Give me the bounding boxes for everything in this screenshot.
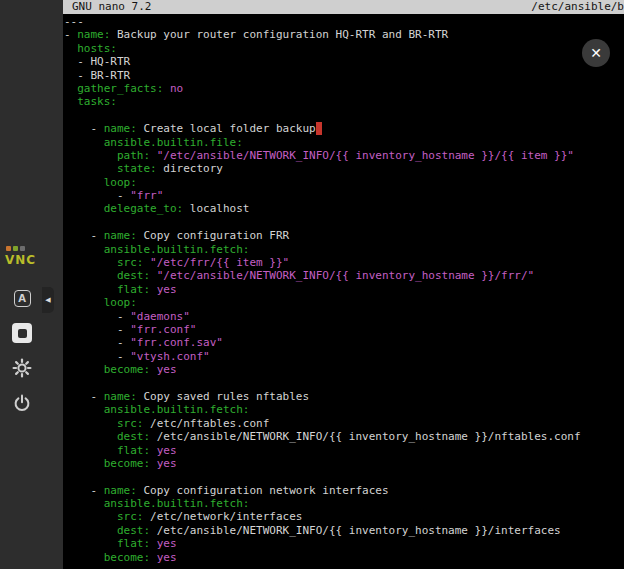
terminal-line: - name: Copy configuration FRR xyxy=(64,229,624,242)
terminal-line: hosts: xyxy=(64,42,624,55)
terminal-line: - name: Create local folder backup xyxy=(64,122,624,135)
logo-pixel xyxy=(13,246,18,251)
terminal-line: delegate_to: localhost xyxy=(64,202,624,215)
terminal-line: src: /etc/nftables.conf xyxy=(64,417,624,430)
terminal-line: flat: yes xyxy=(64,283,624,296)
fullscreen-button[interactable] xyxy=(8,319,36,347)
terminal-line: dest: /etc/ansible/NETWORK_INFO/{{ inven… xyxy=(64,430,624,443)
fullscreen-icon xyxy=(12,323,32,343)
novnc-viewport: VNC A ◀ xyxy=(0,0,624,569)
control-bar-handle[interactable]: ◀ xyxy=(42,287,54,313)
terminal-line: - "frr.conf" xyxy=(64,323,624,336)
terminal-line: become: yes xyxy=(64,551,624,564)
terminal-line: flat: yes xyxy=(64,537,624,550)
terminal-line: - "daemons" xyxy=(64,310,624,323)
terminal-screen[interactable]: GNU nano 7.2 /etc/ansible/b ---- name: B… xyxy=(63,0,624,569)
terminal-line: - "frr" xyxy=(64,189,624,202)
chevron-left-icon: ◀ xyxy=(45,296,50,304)
terminal-line: flat: yes xyxy=(64,444,624,457)
logo-text: VNC xyxy=(5,253,41,267)
terminal-line: ansible.builtin.fetch: xyxy=(64,403,624,416)
terminal-line xyxy=(64,377,624,390)
terminal-line: gather_facts: no xyxy=(64,82,624,95)
terminal-line: tasks: xyxy=(64,95,624,108)
terminal-line: src: /etc/network/interfaces xyxy=(64,510,624,523)
terminal-line: dest: /etc/ansible/NETWORK_INFO/{{ inven… xyxy=(64,524,624,537)
terminal-line: dest: "/etc/ansible/NETWORK_INFO/{{ inve… xyxy=(64,269,624,282)
terminal-line: become: yes xyxy=(64,457,624,470)
close-icon: ✕ xyxy=(590,46,602,60)
settings-button[interactable] xyxy=(8,354,36,382)
terminal-line: path: "/etc/ansible/NETWORK_INFO/{{ inve… xyxy=(64,149,624,162)
terminal-line: state: directory xyxy=(64,162,624,175)
terminal-line: - "vtysh.conf" xyxy=(64,350,624,363)
terminal-line: ansible.builtin.fetch: xyxy=(64,497,624,510)
terminal-line: - name: Copy configuration network inter… xyxy=(64,484,624,497)
terminal-line: loop: xyxy=(64,296,624,309)
logo-pixel xyxy=(6,246,11,251)
terminal-line: - "frr.conf.sav" xyxy=(64,336,624,349)
nano-app-title: GNU nano 7.2 xyxy=(63,0,151,14)
terminal-line: - name: Backup your router configuration… xyxy=(64,28,624,41)
logo-pixel xyxy=(20,246,25,251)
terminal-line xyxy=(64,216,624,229)
terminal-line: - HQ-RTR xyxy=(64,55,624,68)
close-button[interactable]: ✕ xyxy=(582,39,610,67)
terminal-line: become: yes xyxy=(64,363,624,376)
nano-titlebar: GNU nano 7.2 /etc/ansible/b xyxy=(63,0,624,14)
terminal-line: loop: xyxy=(64,176,624,189)
keyboard-key-icon: A xyxy=(14,290,31,307)
terminal-line: --- xyxy=(64,15,624,28)
novnc-logo: VNC xyxy=(5,246,41,267)
terminal-line: ansible.builtin.file: xyxy=(64,136,624,149)
terminal-line: - name: Copy saved rules nftables xyxy=(64,390,624,403)
logo-pixels xyxy=(5,246,41,251)
nano-file-path: /etc/ansible/b xyxy=(531,0,624,14)
terminal-line: ansible.builtin.fetch: xyxy=(64,243,624,256)
terminal-line: src: "/etc/frr/{{ item }}" xyxy=(64,256,624,269)
power-button[interactable] xyxy=(8,389,36,417)
power-icon xyxy=(12,393,32,413)
gear-icon xyxy=(12,358,32,378)
terminal-line: - BR-RTR xyxy=(64,69,624,82)
terminal-line xyxy=(64,109,624,122)
keyboard-button[interactable]: A xyxy=(8,284,36,312)
terminal-buffer: ---- name: Backup your router configurat… xyxy=(63,14,624,564)
terminal-line xyxy=(64,470,624,483)
